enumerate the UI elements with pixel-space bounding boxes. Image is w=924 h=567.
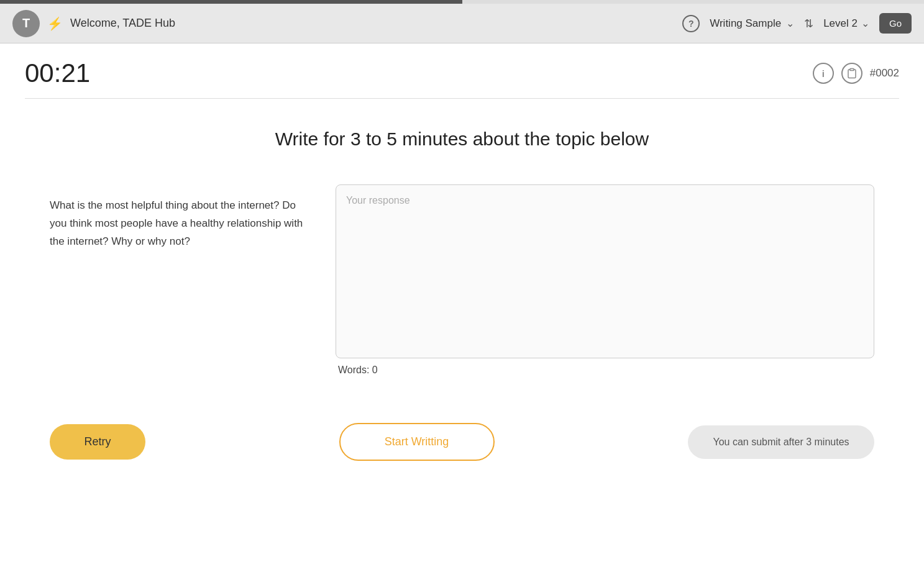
help-icon[interactable]: ? <box>682 15 700 32</box>
info-icon[interactable]: i <box>813 63 834 84</box>
svg-rect-0 <box>850 69 854 71</box>
welcome-text: Welcome, TADE Hub <box>70 17 175 30</box>
question-text: What is the most helpful thing about the… <box>50 197 311 251</box>
clipboard-icon[interactable] <box>841 63 862 84</box>
content-area: What is the most helpful thing about the… <box>0 170 924 391</box>
start-writing-button[interactable]: Start Writting <box>339 423 495 461</box>
avatar: T <box>12 10 40 37</box>
timer-display: 00:21 <box>25 58 90 88</box>
level-dropdown[interactable]: Level 2 ⌄ <box>823 17 869 30</box>
timer-section: 00:21 i #0002 <box>0 43 924 98</box>
response-side: Words: 0 <box>336 184 874 376</box>
instruction-section: Write for 3 to 5 minutes about the topic… <box>0 99 924 170</box>
writing-sample-dropdown[interactable]: Writing Sample ⌄ <box>710 17 794 30</box>
header-right: ? Writing Sample ⌄ ⇅ Level 2 ⌄ Go <box>682 13 912 34</box>
level-chevron-down-icon: ⌄ <box>861 17 869 29</box>
bottom-section: Retry Start Writting You can submit afte… <box>0 403 924 481</box>
lightning-icon: ⚡ <box>47 16 63 31</box>
progress-bar-fill <box>0 0 462 4</box>
instruction-text: Write for 3 to 5 minutes about the topic… <box>25 129 899 150</box>
up-down-arrows-icon: ⇅ <box>804 17 813 30</box>
timer-icons: i #0002 <box>813 63 899 84</box>
question-side: What is the most helpful thing about the… <box>50 184 311 251</box>
question-number: #0002 <box>870 67 899 79</box>
header: T ⚡ Welcome, TADE Hub ? Writing Sample ⌄… <box>0 4 924 43</box>
response-textarea[interactable] <box>336 184 874 358</box>
writing-sample-label: Writing Sample <box>710 17 781 30</box>
retry-button[interactable]: Retry <box>50 424 145 460</box>
level-label: Level 2 <box>823 17 858 30</box>
submit-info: You can submit after 3 minutes <box>688 425 874 459</box>
go-button[interactable]: Go <box>879 13 912 34</box>
chevron-down-icon: ⌄ <box>786 17 794 29</box>
main-content: 00:21 i #0002 Write for 3 to 5 minutes a… <box>0 43 924 567</box>
progress-bar-container <box>0 0 924 4</box>
word-count: Words: 0 <box>336 365 874 376</box>
